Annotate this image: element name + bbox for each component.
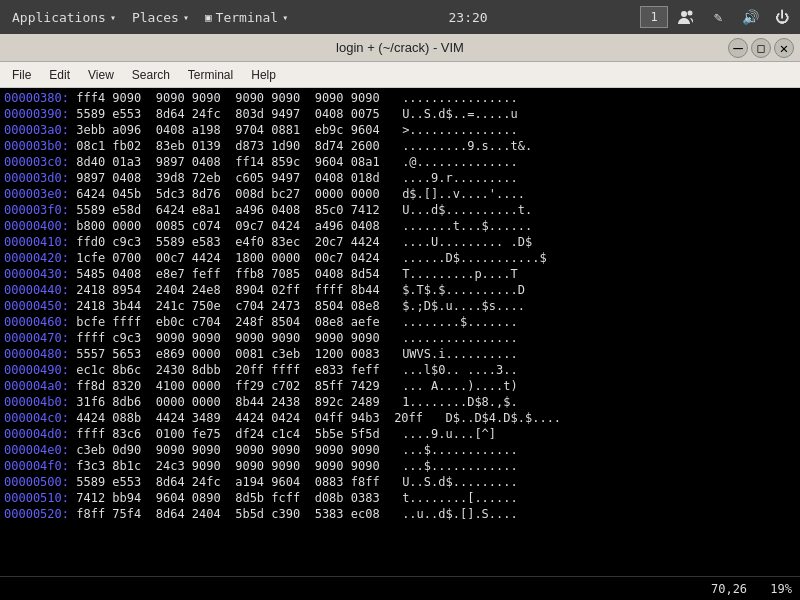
- table-row: 000003b0: 08c1 fb02 83eb 0139 d873 1d90 …: [4, 138, 796, 154]
- applications-arrow: ▾: [110, 12, 116, 23]
- ascii-repr: ................: [388, 330, 518, 346]
- table-row: 00000390: 5589 e553 8d64 24fc 803d 9497 …: [4, 106, 796, 122]
- ascii-repr: ................: [388, 90, 518, 106]
- ascii-repr: U..S.d$..=.....u: [388, 106, 518, 122]
- menu-item-edit[interactable]: Edit: [41, 66, 78, 84]
- hex-values: 5589 e553 8d64 24fc 803d 9497 0408 0075: [76, 106, 379, 122]
- table-row: 000004a0: ff8d 8320 4100 0000 ff29 c702 …: [4, 378, 796, 394]
- hex-values: c3eb 0d90 9090 9090 9090 9090 9090 9090: [76, 442, 379, 458]
- hex-values: 5589 e553 8d64 24fc a194 9604 0883 f8ff: [76, 474, 379, 490]
- hex-address: 00000480:: [4, 346, 76, 362]
- applications-menu[interactable]: Applications ▾: [4, 0, 124, 34]
- hex-values: ec1c 8b6c 2430 8dbb 20ff ffff e833 feff: [76, 362, 379, 378]
- volume-icon[interactable]: 🔊: [736, 3, 764, 31]
- vim-position: 70,26: [711, 582, 747, 596]
- hex-values: 6424 045b 5dc3 8d76 008d bc27 0000 0000: [76, 186, 379, 202]
- system-bar: Applications ▾ Places ▾ ▣ Terminal ▾ 23:…: [0, 0, 800, 34]
- hex-values: 1cfe 0700 00c7 4424 1800 0000 00c7 0424: [76, 250, 379, 266]
- menu-item-search[interactable]: Search: [124, 66, 178, 84]
- hex-values: 2418 3b44 241c 750e c704 2473 8504 08e8: [76, 298, 379, 314]
- hex-address: 00000460:: [4, 314, 76, 330]
- hex-values: 8d40 01a3 9897 0408 ff14 859c 9604 08a1: [76, 154, 379, 170]
- window-title-bar: login + (~/crack) - VIM – □ ✕: [0, 34, 800, 62]
- hex-address: 00000390:: [4, 106, 76, 122]
- ascii-repr: .......t...$......: [388, 218, 533, 234]
- table-row: 000004d0: ffff 83c6 0100 fe75 df24 c1c4 …: [4, 426, 796, 442]
- hex-values: 7412 bb94 9604 0890 8d5b fcff d08b 0383: [76, 490, 379, 506]
- close-button[interactable]: ✕: [774, 38, 794, 58]
- vim-content[interactable]: 00000380: fff4 9090 9090 9090 9090 9090 …: [0, 88, 800, 576]
- ascii-repr: UWVS.i..........: [388, 346, 518, 362]
- menu-bar: FileEditViewSearchTerminalHelp: [0, 62, 800, 88]
- ascii-repr: U...d$..........t.: [388, 202, 533, 218]
- hex-values: 3ebb a096 0408 a198 9704 0881 eb9c 9604: [76, 122, 379, 138]
- menu-item-terminal[interactable]: Terminal: [180, 66, 241, 84]
- table-row: 00000420: 1cfe 0700 00c7 4424 1800 0000 …: [4, 250, 796, 266]
- minimize-button[interactable]: –: [728, 38, 748, 58]
- workspace-number: 1: [650, 10, 657, 24]
- hex-values: 5589 e58d 6424 e8a1 a496 0408 85c0 7412: [76, 202, 379, 218]
- hex-values: 08c1 fb02 83eb 0139 d873 1d90 8d74 2600: [76, 138, 379, 154]
- hex-address: 00000510:: [4, 490, 76, 506]
- ascii-repr: ....9.r.........: [388, 170, 518, 186]
- ascii-repr: ......D$...........$: [388, 250, 547, 266]
- menu-item-view[interactable]: View: [80, 66, 122, 84]
- ascii-repr: U..S.d$.........: [388, 474, 518, 490]
- hex-values: 9897 0408 39d8 72eb c605 9497 0408 018d: [76, 170, 379, 186]
- table-row: 000004f0: f3c3 8b1c 24c3 9090 9090 9090 …: [4, 458, 796, 474]
- terminal-icon: ▣: [205, 11, 212, 24]
- hex-values: 31f6 8db6 0000 0000 8b44 2438 892c 2489: [76, 394, 379, 410]
- people-icon[interactable]: [672, 3, 700, 31]
- ascii-repr: ...$............: [388, 458, 518, 474]
- hex-address: 00000450:: [4, 298, 76, 314]
- hex-address: 000004b0:: [4, 394, 76, 410]
- table-row: 00000440: 2418 8954 2404 24e8 8904 02ff …: [4, 282, 796, 298]
- power-icon[interactable]: ⏻: [768, 3, 796, 31]
- hex-address: 000004e0:: [4, 442, 76, 458]
- table-row: 000003e0: 6424 045b 5dc3 8d76 008d bc27 …: [4, 186, 796, 202]
- workspace-switcher[interactable]: 1: [640, 6, 668, 28]
- places-arrow: ▾: [183, 12, 189, 23]
- table-row: 00000470: ffff c9c3 9090 9090 9090 9090 …: [4, 330, 796, 346]
- hex-values: ffd0 c9c3 5589 e583 e4f0 83ec 20c7 4424: [76, 234, 379, 250]
- ascii-repr: T.........p....T: [388, 266, 518, 282]
- terminal-menu[interactable]: ▣ Terminal ▾: [197, 0, 296, 34]
- hex-address: 000003f0:: [4, 202, 76, 218]
- ascii-repr: >...............: [388, 122, 518, 138]
- hex-values: ffff c9c3 9090 9090 9090 9090 9090 9090: [76, 330, 379, 346]
- menu-item-help[interactable]: Help: [243, 66, 284, 84]
- hex-address: 00000490:: [4, 362, 76, 378]
- ascii-repr: D$..D$4.D$.$....: [431, 410, 568, 426]
- hex-address: 00000410:: [4, 234, 76, 250]
- terminal-arrow: ▾: [282, 12, 288, 23]
- table-row: 00000430: 5485 0408 e8e7 feff ffb8 7085 …: [4, 266, 796, 282]
- places-label: Places: [132, 10, 179, 25]
- svg-point-1: [688, 11, 693, 16]
- hex-address: 000003e0:: [4, 186, 76, 202]
- hex-values: b800 0000 0085 c074 09c7 0424 a496 0408: [76, 218, 379, 234]
- ascii-repr: ........$.......: [388, 314, 518, 330]
- hex-address: 000004c0:: [4, 410, 76, 426]
- hex-address: 00000430:: [4, 266, 76, 282]
- hex-address: 00000380:: [4, 90, 76, 106]
- ascii-repr: .........9.s...t&.: [388, 138, 533, 154]
- ascii-repr: d$.[]..v....'....: [388, 186, 525, 202]
- hex-address: 000003d0:: [4, 170, 76, 186]
- table-row: 000004b0: 31f6 8db6 0000 0000 8b44 2438 …: [4, 394, 796, 410]
- places-menu[interactable]: Places ▾: [124, 0, 197, 34]
- table-row: 000004c0: 4424 088b 4424 3489 4424 0424 …: [4, 410, 796, 426]
- table-row: 00000480: 5557 5653 e869 0000 0081 c3eb …: [4, 346, 796, 362]
- hex-values: f3c3 8b1c 24c3 9090 9090 9090 9090 9090: [76, 458, 379, 474]
- hex-address: 00000500:: [4, 474, 76, 490]
- table-row: 00000380: fff4 9090 9090 9090 9090 9090 …: [4, 90, 796, 106]
- pencil-icon[interactable]: ✎: [704, 3, 732, 31]
- sys-tray: 1 ✎ 🔊 ⏻: [640, 3, 796, 31]
- hex-values: 2418 8954 2404 24e8 8904 02ff ffff 8b44: [76, 282, 379, 298]
- maximize-button[interactable]: □: [751, 38, 771, 58]
- hex-address: 000003a0:: [4, 122, 76, 138]
- hex-address: 00000470:: [4, 330, 76, 346]
- menu-item-file[interactable]: File: [4, 66, 39, 84]
- vim-percent: 19%: [770, 582, 792, 596]
- hex-address: 000004a0:: [4, 378, 76, 394]
- hex-address: 000003c0:: [4, 154, 76, 170]
